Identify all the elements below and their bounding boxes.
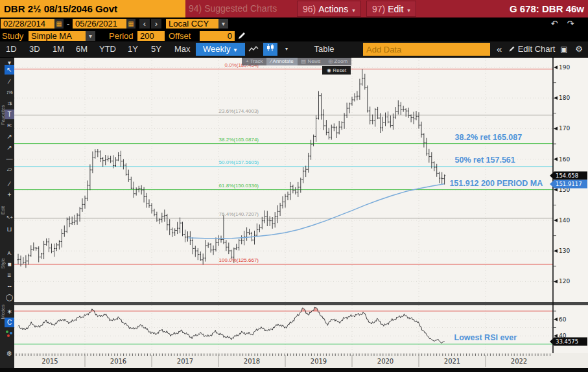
fib-level-label: 38.2%(165.0874): [219, 137, 259, 143]
undo-icon[interactable]: ↶: [548, 19, 561, 29]
svg-text:160: 160: [559, 156, 570, 163]
suggested-charts-button[interactable]: 94) Suggested Charts: [189, 0, 277, 17]
fill-style-icon[interactable]: ■: [5, 259, 14, 269]
line-width-icon[interactable]: ≡: [5, 270, 14, 280]
zoom-button[interactable]: ◎ Zoom: [324, 57, 351, 65]
gear-icon[interactable]: ⚙: [573, 43, 585, 56]
channel-icon[interactable]: ▱: [5, 165, 14, 174]
svg-text:151.9117: 151.9117: [556, 181, 582, 187]
ellipse-icon[interactable]: ◯: [5, 292, 14, 302]
period-field[interactable]: 200: [137, 31, 165, 41]
line-dash-icon[interactable]: ╍: [5, 281, 14, 291]
regression-icon[interactable]: R:: [5, 121, 14, 130]
actions-menu-button[interactable]: 96)Actions▾: [297, 1, 361, 17]
track-button[interactable]: + Track: [242, 57, 266, 65]
sidebar-section-label: Edit: [0, 206, 5, 215]
year-label: 2018: [244, 358, 260, 365]
crosshair-icon[interactable]: +: [5, 190, 14, 200]
chart-hover-toolbar: + Track ∕ Annotate ▤ News ◎ Zoom: [242, 57, 351, 65]
text-tool-icon[interactable]: T: [5, 110, 14, 119]
chart-toolbar: 1D3D1M6MYTD1Y5YMax Weekly ▼ ▾ Table « Ed…: [0, 41, 588, 58]
sidebar-section-label: Style: [0, 258, 5, 269]
svg-text:140: 140: [559, 217, 570, 224]
calendar-icon[interactable]: ▦: [126, 19, 135, 29]
redo-icon[interactable]: ↷: [564, 19, 577, 29]
select-add-icon[interactable]: ↖+: [5, 213, 14, 222]
security-title[interactable]: DBR 2½ 08/15/2046 Govt: [0, 0, 185, 17]
svg-text:190: 190: [559, 64, 570, 71]
collapse-panel-button[interactable]: «: [494, 43, 504, 56]
annotate-button[interactable]: ∕ Annotate: [266, 57, 297, 65]
measure-price-icon[interactable]: ↕$: [5, 99, 14, 108]
fib-level-label: 100.0%(125.667): [219, 257, 259, 263]
range-button-1y[interactable]: 1Y: [123, 43, 143, 56]
range-button-6m[interactable]: 6M: [71, 43, 92, 56]
chevron-down-icon: ▾: [407, 7, 410, 14]
svg-text:180: 180: [559, 95, 570, 101]
svg-text:60: 60: [559, 316, 567, 323]
range-button-ytd[interactable]: YTD: [95, 43, 121, 56]
sidebar-section-label: Favorites: [0, 105, 5, 125]
node-edit-icon[interactable]: ∗: [5, 307, 14, 316]
title-bar: DBR 2½ 08/15/2046 Govt 94) Suggested Cha…: [0, 0, 588, 17]
year-label: 2022: [511, 358, 527, 365]
cursor-icon[interactable]: ↖: [5, 65, 14, 75]
font-style-icon[interactable]: A.: [5, 248, 14, 258]
svg-text:120: 120: [559, 278, 570, 285]
trendline-icon[interactable]: ↗: [5, 132, 14, 141]
end-date-field[interactable]: 05/26/2021: [73, 19, 130, 29]
year-label: 2016: [110, 358, 126, 365]
pencil-icon[interactable]: ∕: [5, 179, 14, 189]
year-label: 2015: [41, 358, 58, 365]
range-button-1m[interactable]: 1M: [48, 43, 69, 56]
chart-annotation: 151.912 200 PERIOD MA: [449, 179, 543, 188]
news-button[interactable]: ▤ News: [298, 57, 325, 65]
chart-reference: G 678: DBR 46w: [510, 0, 584, 17]
currency-select[interactable]: Local CCY: [166, 19, 222, 29]
offset-field[interactable]: 0: [200, 31, 235, 41]
step-forward-button[interactable]: ›: [151, 19, 161, 29]
svg-text:130: 130: [559, 248, 570, 254]
magnet-mode-icon[interactable]: C: [5, 318, 14, 327]
candle-chart-type-icon[interactable]: [263, 43, 277, 56]
fib-level-label: 23.6%(174.4003): [219, 108, 259, 114]
reset-button[interactable]: ◉ Reset: [322, 66, 351, 75]
range-button-1d[interactable]: 1D: [1, 43, 21, 56]
color-dot: [7, 334, 10, 337]
trash-icon[interactable]: ⊔: [5, 224, 14, 234]
line-chart-type-icon[interactable]: [246, 43, 261, 56]
horizontal-line-icon[interactable]: —: [5, 154, 14, 163]
fib-level-label: 76.4%(140.7207): [219, 211, 259, 217]
study-dropdown-button[interactable]: ▾: [86, 31, 95, 41]
edit-menu-button[interactable]: 97)Edit▾: [366, 1, 416, 17]
currency-dropdown-button[interactable]: ▾: [218, 19, 228, 29]
step-back-button[interactable]: ‹: [139, 19, 150, 29]
chart-annotation: 50% ret 157.561: [455, 156, 515, 165]
interval-select[interactable]: Weekly ▼: [196, 43, 245, 56]
add-data-input[interactable]: [363, 43, 490, 56]
bottom-frame: [0, 368, 588, 372]
range-button-5y[interactable]: 5Y: [147, 43, 166, 56]
range-button-max[interactable]: Max: [170, 43, 195, 56]
ray-line-icon[interactable]: ↗: [5, 143, 14, 152]
annotate-line-icon[interactable]: ∕: [5, 76, 14, 86]
start-date-field[interactable]: 02/28/2014: [1, 19, 58, 29]
chart-settings-icon[interactable]: ▣: [559, 43, 569, 56]
bloomberg-chart-window: DBR 2½ 08/15/2046 Govt 94) Suggested Cha…: [0, 0, 588, 372]
study-label: Study: [2, 31, 23, 41]
date-separator: -: [67, 19, 69, 29]
edit-chart-button[interactable]: Edit Chart: [507, 43, 556, 56]
year-label: 2020: [377, 358, 394, 365]
drawing-tools-sidebar: ▾↖∕↕%↕$TR:↗↗—▱∕+↖+⊔A.■≡╍◯∗C⚙FavoritesEdi…: [0, 57, 14, 368]
study-select[interactable]: Simple MA: [29, 31, 89, 41]
range-button-3d[interactable]: 3D: [25, 43, 45, 56]
calendar-icon[interactable]: ▦: [54, 19, 64, 29]
measure-percent-icon[interactable]: ↕%: [5, 87, 14, 97]
year-label: 2019: [311, 358, 327, 365]
settings-gear-icon[interactable]: ⚙: [5, 349, 14, 358]
chart-type-dropdown-icon[interactable]: ▾: [281, 43, 292, 56]
table-button[interactable]: Table: [302, 43, 346, 56]
study-bar: Study Simple MA ▾ Period 200 Offset 0: [0, 30, 588, 41]
pencil-icon: [508, 45, 515, 52]
color-mode-icon[interactable]: [5, 329, 14, 339]
